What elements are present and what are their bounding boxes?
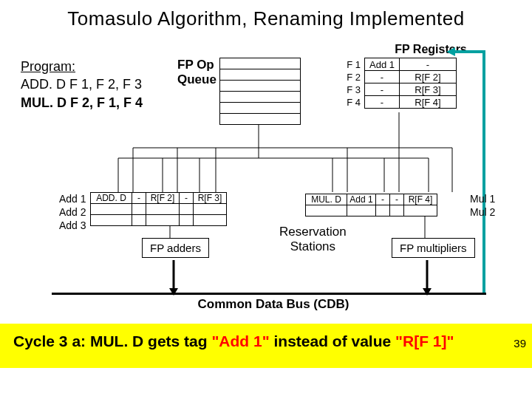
reg-tag-f3: - (365, 83, 400, 96)
reg-val-f4: R[F 4] (400, 96, 457, 109)
cycle-caption: Cycle 3 a: MUL. D gets tag "Add 1" inste… (13, 332, 454, 350)
reg-lbl-f4: F 4 (341, 96, 365, 109)
mul-rs-labels: Mul 1 Mul 2 (470, 192, 495, 219)
reg-tag-f4: - (365, 96, 400, 109)
program-instr-1: MUL. D F 2, F 1, F 4 (21, 94, 143, 112)
fp-adders-box: FP adders (142, 238, 209, 258)
program-block: Program: ADD. D F 1, F 2, F 3 MUL. D F 2… (21, 58, 143, 112)
reg-val-f2: R[F 2] (400, 71, 457, 83)
add-rs-labels: Add 1 Add 2 Add 3 (59, 192, 86, 233)
fp-multipliers-box: FP multipliers (392, 238, 475, 258)
add-rs-table: ADD. D-R[F 2]-R[F 3] (90, 192, 227, 226)
cdb-label: Common Data Bus (CDB) (192, 297, 355, 312)
reg-lbl-f1: F 1 (341, 58, 365, 71)
fp-op-queue (219, 58, 301, 125)
fp-reg-heading: FP Registers (383, 43, 479, 56)
reg-tag-f2: - (365, 71, 400, 83)
reg-val-f3: R[F 3] (400, 83, 457, 96)
reg-tag-f1: Add 1 (365, 58, 400, 71)
fp-op-queue-label: FP Op Queue (177, 58, 216, 88)
program-heading: Program: (21, 58, 143, 75)
page-number: 39 (514, 337, 526, 349)
page-title: Tomasulo Algorithm, Renaming Implemented (0, 7, 532, 30)
reg-val-f1: - (400, 58, 457, 71)
reg-lbl-f2: F 2 (341, 71, 365, 83)
fp-registers: FP Registers F 1Add 1- F 2-R[F 2] F 3-R[… (341, 58, 457, 109)
program-instr-0: ADD. D F 1, F 2, F 3 (21, 75, 143, 93)
reservation-station-label: Reservation Stations (279, 225, 347, 255)
mul-rs-table: MUL. DAdd 1--R[F 4] (305, 194, 437, 216)
reg-lbl-f3: F 3 (341, 83, 365, 96)
cdb-bus (52, 293, 486, 295)
